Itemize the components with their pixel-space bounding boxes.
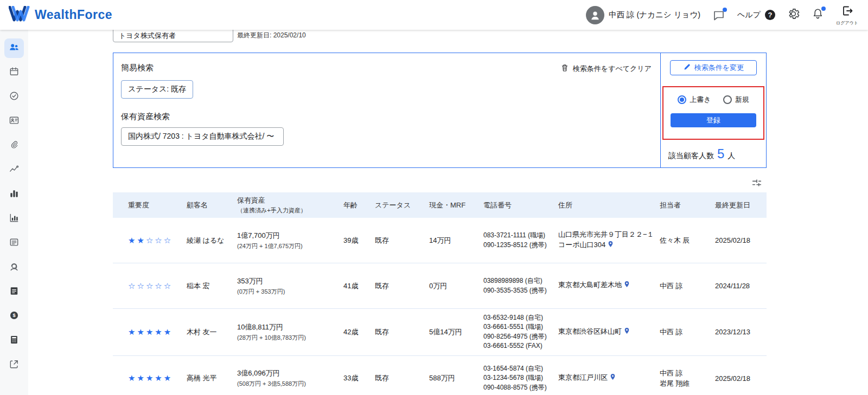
cash-cell: 0万円 bbox=[429, 277, 483, 295]
settings-button[interactable] bbox=[787, 8, 800, 22]
register-button[interactable]: 登録 bbox=[671, 113, 756, 127]
user-menu[interactable]: 中西 諒 (ナカニシ リョウ) bbox=[586, 6, 700, 24]
col-address: 住所 bbox=[558, 197, 660, 213]
customer-name[interactable]: 木村 友一 bbox=[187, 323, 237, 341]
manager-cell: 中西 諒 bbox=[660, 322, 715, 342]
sidebar-item-support[interactable] bbox=[4, 258, 24, 277]
importance-stars[interactable]: ★★☆☆☆ bbox=[128, 231, 187, 250]
calculator-icon bbox=[9, 334, 20, 347]
age-cell: 42歳 bbox=[343, 323, 375, 341]
messages-notification-dot bbox=[723, 8, 727, 12]
manager-cell: 中西 諒 岩尾 翔維 bbox=[660, 364, 715, 393]
asset-search-value[interactable]: 国内株式/ 7203 : トヨタ自動車株式会社/ 〜 bbox=[121, 127, 284, 146]
logo[interactable]: WealthForce bbox=[9, 6, 112, 24]
address-cell: 東京都江戸川区 bbox=[558, 368, 660, 389]
table-header-row: 重要度 顧客名 保有資産（連携済み+手入力資産） 年齢 ステータス 現金・MRF… bbox=[113, 192, 767, 218]
people-icon bbox=[8, 41, 20, 55]
cash-cell: 5億14万円 bbox=[429, 323, 483, 341]
sidebar-item-attachments[interactable] bbox=[4, 136, 24, 156]
status-cell: 既存 bbox=[375, 369, 429, 387]
change-conditions-button[interactable]: 検索条件を変更 bbox=[670, 60, 757, 75]
matched-prefix: 該当顧客人数 bbox=[668, 151, 714, 161]
col-name: 顧客名 bbox=[187, 197, 237, 213]
search-conditions-right: 検索条件を変更 上書き 新規 登録 bbox=[660, 53, 766, 167]
location-pin-icon[interactable] bbox=[607, 242, 614, 250]
importance-stars[interactable]: ★★★★★ bbox=[128, 323, 187, 341]
sidebar-item-contacts[interactable] bbox=[4, 112, 24, 131]
age-cell: 39歳 bbox=[343, 231, 375, 250]
table-row[interactable]: ★★☆☆☆ 綾瀬 はるな 1億7,700万円(24万円 + 1億7,675万円)… bbox=[113, 218, 767, 263]
check-circle-icon bbox=[9, 90, 20, 103]
radio-new-circle bbox=[723, 95, 732, 104]
updated-cell: 2024/11/28 bbox=[715, 277, 767, 294]
matched-suffix: 人 bbox=[727, 151, 735, 161]
table-filter-settings-button[interactable] bbox=[751, 177, 763, 189]
sidebar-item-assets[interactable]: $ bbox=[4, 307, 24, 326]
table-row[interactable]: ☆☆☆☆☆ 稲本 宏 353万円(0万円 + 353万円) 41歳 既存 0万円… bbox=[113, 263, 767, 309]
status-filter-chip[interactable]: ステータス: 既存 bbox=[121, 80, 193, 99]
age-cell: 41歳 bbox=[343, 277, 375, 295]
messages-button[interactable] bbox=[712, 9, 725, 22]
note-icon bbox=[9, 286, 20, 299]
radio-new[interactable]: 新規 bbox=[723, 95, 749, 105]
customer-name[interactable]: 綾瀬 はるな bbox=[187, 231, 237, 250]
location-pin-icon[interactable] bbox=[623, 282, 630, 290]
help-label: ヘルプ bbox=[737, 10, 761, 20]
sidebar-item-export[interactable] bbox=[4, 355, 24, 375]
sidebar-item-notes[interactable] bbox=[4, 282, 24, 302]
sidebar-item-forms[interactable] bbox=[4, 234, 24, 253]
pencil-icon bbox=[683, 63, 691, 73]
updated-cell: 2023/12/13 bbox=[715, 323, 767, 340]
manager-cell: 中西 諒 bbox=[660, 276, 715, 296]
user-name: 中西 諒 (ナカニシ リョウ) bbox=[609, 10, 700, 20]
svg-text:$: $ bbox=[12, 313, 15, 318]
bar-chart-icon bbox=[9, 188, 20, 201]
help-button[interactable]: ヘルプ ? bbox=[737, 10, 775, 20]
sidebar-item-performance[interactable] bbox=[4, 160, 24, 180]
gear-icon bbox=[787, 8, 800, 22]
age-cell: 33歳 bbox=[343, 369, 375, 387]
clear-all-label: 検索条件をすべてクリア bbox=[573, 64, 652, 74]
col-cash: 現金・MRF bbox=[429, 197, 483, 213]
location-pin-icon[interactable] bbox=[609, 375, 616, 383]
updated-cell: 2025/02/18 bbox=[715, 370, 767, 387]
phone-cell: 03-1654-5874 (自宅)03-1234-5678 (職場)090-40… bbox=[483, 360, 558, 395]
sidebar-item-equalizer[interactable] bbox=[4, 185, 24, 204]
customer-name[interactable]: 稲本 宏 bbox=[187, 277, 237, 295]
sidebar-item-tasks[interactable] bbox=[4, 87, 24, 107]
tune-icon bbox=[751, 182, 763, 191]
col-age: 年齢 bbox=[343, 197, 375, 213]
sidebar-item-calendar[interactable] bbox=[4, 63, 24, 82]
table-row[interactable]: ★★★★★ 木村 友一 10億8,811万円(28万円 + 10億8,783万円… bbox=[113, 309, 767, 356]
location-pin-icon[interactable] bbox=[623, 329, 630, 337]
contact-card-icon bbox=[9, 115, 20, 128]
last-updated-text: 最終更新日: 2025/02/10 bbox=[237, 31, 306, 40]
radio-overwrite-label: 上書き bbox=[690, 95, 711, 105]
clear-all-conditions-button[interactable]: 検索条件をすべてクリア bbox=[560, 63, 652, 74]
table-row[interactable]: ★★★★★ 高橋 光平 3億6,096万円(508万円 + 3億5,588万円)… bbox=[113, 356, 767, 395]
sidebar-item-analytics[interactable] bbox=[4, 209, 24, 229]
radio-overwrite[interactable]: 上書き bbox=[678, 95, 711, 105]
notifications-button[interactable] bbox=[812, 8, 824, 22]
importance-stars[interactable]: ☆☆☆☆☆ bbox=[128, 277, 187, 295]
form-icon bbox=[9, 237, 20, 250]
search-conditions-panel: 簡易検索 ステータス: 既存 保有資産検索 国内株式/ 7203 : トヨタ自動… bbox=[113, 53, 767, 168]
cash-cell: 14万円 bbox=[429, 231, 483, 250]
phone-cell: 03898989898 (自宅)090-3535-3535 (携帯) bbox=[483, 272, 558, 300]
col-updated: 最終更新日 bbox=[715, 197, 767, 213]
sidebar-item-customers[interactable] bbox=[4, 38, 24, 58]
col-importance: 重要度 bbox=[128, 197, 187, 213]
export-icon bbox=[9, 359, 20, 372]
logout-button[interactable]: ログアウト bbox=[836, 4, 858, 26]
customer-name[interactable]: 高橋 光平 bbox=[187, 369, 237, 387]
col-phone: 電話番号 bbox=[483, 197, 558, 213]
sidebar-item-calculator[interactable] bbox=[4, 331, 24, 351]
assets-cell: 1億7,700万円(24万円 + 1億7,675万円) bbox=[237, 226, 343, 255]
phone-cell: 03-6532-9148 (自宅)03-6661-5551 (職場)090-82… bbox=[483, 309, 558, 355]
assets-cell: 3億6,096万円(508万円 + 3億5,588万円) bbox=[237, 364, 343, 392]
importance-stars[interactable]: ★★★★★ bbox=[128, 369, 187, 387]
col-manager: 担当者 bbox=[660, 197, 715, 213]
address-cell: 東京都渋谷区鉢山町 bbox=[558, 322, 660, 343]
page: $ WealthForce 中西 諒 (ナカニシ リョウ) ヘルプ ? bbox=[0, 0, 868, 395]
register-highlight-box: 上書き 新規 登録 bbox=[662, 86, 764, 140]
